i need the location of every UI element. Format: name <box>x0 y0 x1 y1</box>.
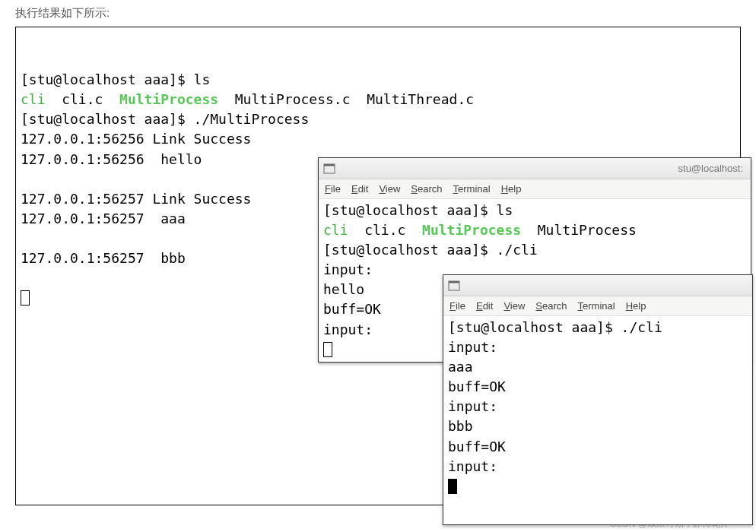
cursor <box>448 479 457 494</box>
output-line: 127.0.0.1:56257 aaa <box>21 211 186 226</box>
menu-search[interactable]: Search <box>411 183 442 195</box>
menu-file[interactable]: File <box>325 183 341 195</box>
svg-rect-1 <box>324 164 335 166</box>
output-line: 127.0.0.1:56256 hello <box>21 151 202 167</box>
output-line: bbb <box>448 418 473 434</box>
output-line: 127.0.0.1:56257 Link Success <box>21 191 251 207</box>
titlebar[interactable]: stu@localhost: <box>319 158 751 179</box>
cmd: ./cli <box>497 242 538 258</box>
menu-terminal[interactable]: Terminal <box>578 300 615 312</box>
ls-exe-cli: cli <box>323 222 348 238</box>
prompt: [stu@localhost aaa]$ <box>21 71 194 87</box>
cursor <box>21 290 30 306</box>
output-line: input: <box>323 321 373 337</box>
cursor <box>323 342 332 357</box>
output-line: 127.0.0.1:56257 bbb <box>21 250 186 266</box>
output-line: input: <box>323 261 373 277</box>
output-line: buff=OK <box>323 301 381 317</box>
menu-help[interactable]: Help <box>626 300 646 312</box>
menubar: File Edit View Search Terminal Help <box>319 179 751 199</box>
output-line: input: <box>448 458 497 474</box>
output-line: 127.0.0.1:56256 Link Success <box>21 131 251 147</box>
menu-edit[interactable]: Edit <box>476 300 493 312</box>
ls-rest: MultiProcess.c MultiThread.c <box>218 91 474 107</box>
output-line: buff=OK <box>448 439 506 454</box>
terminal-window-client2[interactable]: File Edit View Search Terminal Help [stu… <box>443 274 753 525</box>
cmd: ls <box>497 202 513 218</box>
prompt: [stu@localhost aaa]$ <box>448 319 621 335</box>
cmd: ./cli <box>621 319 662 335</box>
menu-view[interactable]: View <box>503 300 525 312</box>
ls-clic: cli.c <box>46 91 120 107</box>
menu-view[interactable]: View <box>379 183 400 195</box>
menu-edit[interactable]: Edit <box>351 183 368 195</box>
output-line: aaa <box>448 359 473 375</box>
terminal-icon <box>448 280 460 292</box>
output-line: buff=OK <box>448 378 506 394</box>
titlebar[interactable] <box>443 275 752 296</box>
cmd: ./MultiProcess <box>194 111 310 127</box>
menu-terminal[interactable]: Terminal <box>453 183 491 195</box>
terminal-icon <box>323 163 335 175</box>
window-title: stu@localhost: <box>340 163 746 174</box>
client2-output[interactable]: [stu@localhost aaa]$ ./cli input: aaa bu… <box>443 316 752 498</box>
prompt: [stu@localhost aaa]$ <box>323 242 497 258</box>
main-area: [stu@localhost aaa]$ ls cli cli.c MultiP… <box>15 27 741 505</box>
ls-exe-multi: MultiProcess <box>422 222 521 238</box>
menu-search[interactable]: Search <box>535 300 567 312</box>
ls-exe-cli: cli <box>21 91 46 107</box>
ls-rest: MultiProcess <box>521 222 637 238</box>
prompt: [stu@localhost aaa]$ <box>323 202 497 218</box>
prompt: [stu@localhost aaa]$ <box>21 111 194 127</box>
caption: 执行结果如下所示: <box>0 0 756 27</box>
menubar: File Edit View Search Terminal Help <box>443 296 752 316</box>
menu-help[interactable]: Help <box>501 183 522 195</box>
svg-rect-3 <box>449 281 459 283</box>
output-line: input: <box>448 398 497 414</box>
ls-exe-multi: MultiProcess <box>119 91 218 107</box>
output-line: input: <box>448 339 497 355</box>
cmd: ls <box>194 71 211 87</box>
output-line: hello <box>323 281 364 297</box>
ls-clic: cli.c <box>348 222 423 238</box>
menu-file[interactable]: File <box>449 300 465 312</box>
